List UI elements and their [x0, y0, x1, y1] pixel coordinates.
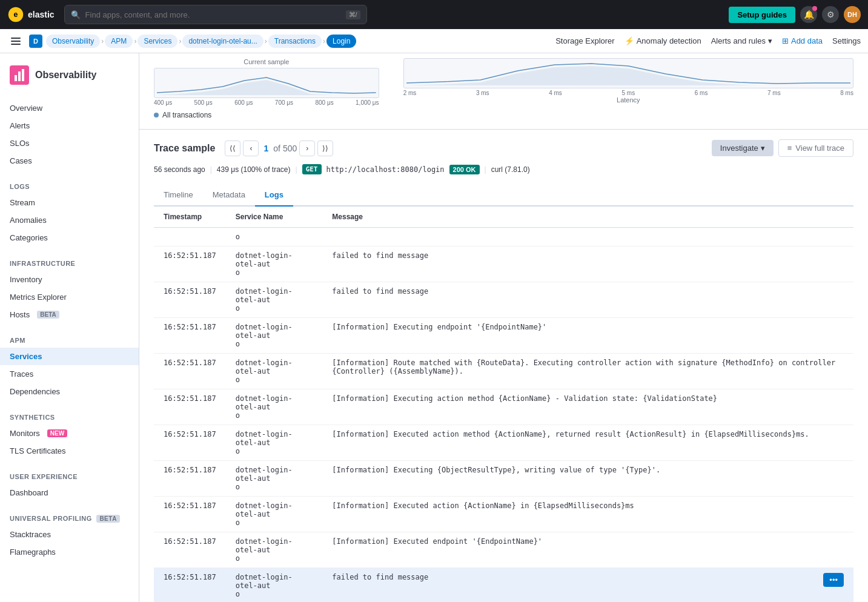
sidebar-apm-title: APM — [0, 333, 139, 348]
trace-prev-button[interactable]: ‹ — [243, 141, 259, 156]
sidebar-item-traces[interactable]: Traces — [0, 365, 139, 383]
add-data-button[interactable]: ⊞ Add data — [782, 36, 823, 45]
all-transactions-dot — [154, 113, 159, 117]
hamburger-icon — [11, 38, 21, 45]
tab-logs[interactable]: Logs — [255, 184, 293, 207]
investigate-button[interactable]: Investigate ▾ — [712, 140, 774, 156]
bc-dotnet[interactable]: dotnet-login-otel-au... — [182, 35, 263, 48]
sidebar-item-monitors[interactable]: Monitors NEW — [0, 425, 139, 442]
row-service: dotnet-login-otel-auto — [226, 532, 323, 568]
timestamp-col-header: Timestamp — [154, 207, 226, 228]
sidebar-item-stacktraces[interactable]: Stacktraces — [0, 526, 139, 543]
sidebar-item-categories[interactable]: Categories — [0, 229, 139, 246]
trace-first-button[interactable]: ⟨⟨ — [225, 141, 240, 156]
sidebar-item-dashboard[interactable]: Dashboard — [0, 484, 139, 501]
row-timestamp: 16:52:51.187 — [154, 318, 226, 354]
sidebar-item-flamegraphs[interactable]: Flamegraphs — [0, 543, 139, 561]
trace-current-number: 1 — [263, 144, 268, 153]
row-timestamp: 16:52:51.187 — [154, 354, 226, 389]
sidebar-item-tls-certificates[interactable]: TLS Certificates — [0, 442, 139, 460]
trace-total-number: 500 — [283, 144, 297, 153]
alerts-chevron-icon: ▾ — [768, 36, 772, 45]
sidebar-item-metrics-explorer[interactable]: Metrics Explorer — [0, 288, 139, 306]
row-timestamp: 16:52:51.187 — [154, 568, 226, 603]
settings-icon[interactable]: ⚙ — [822, 6, 839, 23]
avatar[interactable]: DH — [844, 6, 861, 23]
storage-explorer-link[interactable]: Storage Explorer — [555, 36, 615, 45]
trace-next-button[interactable]: › — [299, 141, 315, 156]
row-timestamp: 16:52:51.187 — [154, 246, 226, 282]
row-service: dotnet-login-otel-auto — [226, 318, 323, 354]
add-data-icon: ⊞ — [782, 36, 789, 45]
view-full-trace-button[interactable]: ≡ View full trace — [778, 139, 853, 157]
bc-sep-3: › — [179, 37, 181, 45]
search-bar[interactable]: 🔍 ⌘/ — [64, 5, 367, 24]
sidebar-item-cases[interactable]: Cases — [0, 152, 139, 170]
row-service: dotnet-login-otel-auto — [226, 425, 323, 461]
bc-apm[interactable]: APM — [105, 35, 133, 48]
table-row: 16:52:51.187 dotnet-login-otel-auto [Inf… — [154, 389, 853, 425]
sidebar-item-anomalies[interactable]: Anomalies — [0, 211, 139, 229]
investigate-chevron-icon: ▾ — [761, 144, 765, 153]
row-message: [Information] Executed endpoint '{Endpoi… — [322, 532, 853, 568]
sidebar-logo: Observability — [0, 61, 139, 94]
sidebar-item-overview[interactable]: Overview — [0, 99, 139, 117]
duration: 439 μs (100% of trace) — [217, 165, 291, 174]
bc-observability[interactable]: Observability — [46, 35, 100, 48]
request-url: http://localhost:8080/login — [326, 165, 445, 174]
row-timestamp: 16:52:51.187 — [154, 461, 226, 497]
svg-marker-10 — [406, 66, 850, 85]
anomaly-detection-button[interactable]: ⚡ Anomaly detection — [624, 36, 701, 45]
service-name-col-header: Service Name — [226, 207, 323, 228]
sidebar-infrastructure-title: Infrastructure — [0, 256, 139, 271]
http-method-badge: GET — [302, 164, 322, 174]
bc-login[interactable]: Login — [326, 35, 356, 48]
settings-link[interactable]: Settings — [832, 36, 861, 45]
trace-actions: Investigate ▾ ≡ View full trace — [712, 139, 853, 157]
row-actions-button[interactable]: ••• — [823, 573, 844, 587]
trace-title-nav: Trace sample ⟨⟨ ‹ 1 of 500 › ⟩⟩ — [154, 141, 333, 156]
sidebar-item-slos[interactable]: SLOs — [0, 134, 139, 152]
sidebar-logo-text: Observability — [35, 70, 96, 81]
sidebar-top-section: Overview Alerts SLOs Cases — [0, 94, 139, 174]
table-row: o — [154, 228, 853, 246]
table-row: 16:52:51.187 dotnet-login-otel-auto fail… — [154, 246, 853, 282]
elastic-logo[interactable]: e elastic — [7, 6, 55, 23]
logs-table: Timestamp Service Name Message o 16:52:5… — [154, 207, 853, 602]
current-sample-label: Current sample — [154, 58, 379, 65]
sidebar-universal-profiling-section: Universal Profiling BETA Stacktraces Fla… — [0, 506, 139, 566]
row-service: dotnet-login-otel-auto — [226, 354, 323, 389]
sidebar-infrastructure-section: Infrastructure Inventory Metrics Explore… — [0, 251, 139, 328]
row-service: dotnet-login-otel-auto — [226, 389, 323, 425]
full-chart-svg — [406, 59, 850, 85]
trace-header: Trace sample ⟨⟨ ‹ 1 of 500 › ⟩⟩ Investig… — [154, 139, 853, 157]
setup-guides-button[interactable]: Setup guides — [729, 7, 795, 23]
sidebar-item-services[interactable]: Services — [0, 348, 139, 365]
observability-logo-icon — [10, 65, 29, 85]
hamburger-menu[interactable] — [7, 33, 24, 50]
table-row: 16:52:51.187 dotnet-login-otel-auto [Inf… — [154, 318, 853, 354]
search-input[interactable] — [85, 10, 341, 19]
sidebar-item-dependencies[interactable]: Dependencies — [0, 383, 139, 400]
notifications-icon[interactable]: 🔔 — [800, 6, 817, 23]
time-ago: 56 seconds ago — [154, 165, 205, 174]
full-chart-x-axis: 2 ms 3 ms 4 ms 5 ms 6 ms 7 ms 8 ms — [403, 90, 853, 96]
sidebar-item-hosts[interactable]: Hosts BETA — [0, 306, 139, 323]
svg-rect-8 — [22, 69, 24, 81]
row-timestamp: 16:52:51.187 — [154, 497, 226, 532]
sidebar-user-experience-section: User Experience Dashboard — [0, 465, 139, 506]
tab-timeline[interactable]: Timeline — [154, 184, 203, 207]
row-timestamp: 16:52:51.187 — [154, 425, 226, 461]
tab-metadata[interactable]: Metadata — [203, 184, 255, 207]
anomaly-icon: ⚡ — [624, 36, 634, 45]
table-row: 16:52:51.187 dotnet-login-otel-auto [Inf… — [154, 497, 853, 532]
trace-last-button[interactable]: ⟩⟩ — [317, 141, 333, 156]
alerts-and-rules-button[interactable]: Alerts and rules ▾ — [711, 36, 772, 45]
sidebar-logs-section: Logs Stream Anomalies Categories — [0, 174, 139, 251]
bc-services[interactable]: Services — [137, 35, 177, 48]
svg-text:e: e — [14, 10, 18, 19]
sidebar-item-stream[interactable]: Stream — [0, 194, 139, 211]
sidebar-item-inventory[interactable]: Inventory — [0, 271, 139, 288]
sidebar-item-alerts[interactable]: Alerts — [0, 117, 139, 134]
bc-transactions[interactable]: Transactions — [268, 35, 322, 48]
